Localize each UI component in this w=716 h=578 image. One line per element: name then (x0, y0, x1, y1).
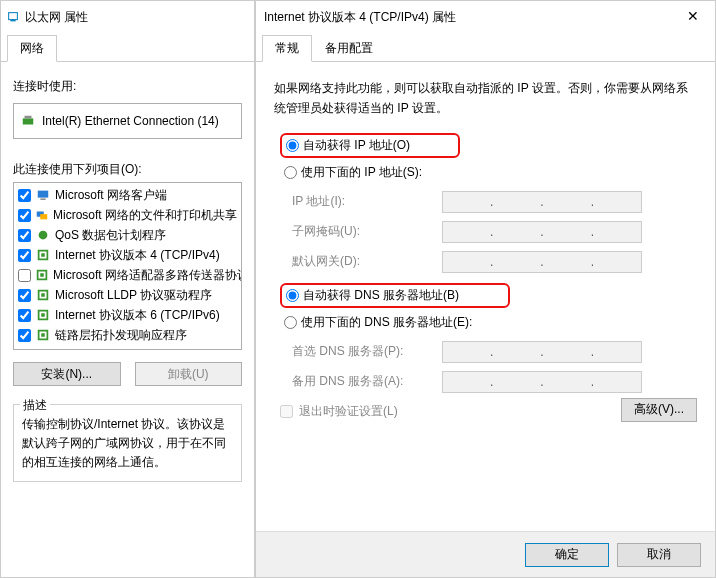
list-item-checkbox[interactable] (18, 329, 31, 342)
close-icon: ✕ (687, 8, 699, 24)
install-button[interactable]: 安装(N)... (13, 362, 121, 386)
svg-rect-2 (23, 118, 34, 124)
list-item-label: Internet 协议版本 4 (TCP/IPv4) (55, 247, 220, 264)
radio-ip-manual-label: 使用下面的 IP 地址(S): (301, 164, 422, 181)
svg-rect-12 (40, 273, 44, 277)
list-item-label: Microsoft 网络适配器多路传送器协议 (53, 267, 242, 284)
list-item[interactable]: Internet 协议版本 4 (TCP/IPv4) (14, 245, 241, 265)
left-titlebar: 以太网 属性 (1, 1, 254, 33)
description-title: 描述 (20, 397, 50, 414)
radio-ip-auto-label: 自动获得 IP 地址(O) (303, 137, 410, 154)
subnet-label: 子网掩码(U): (292, 223, 442, 240)
uninstall-button[interactable]: 卸载(U) (135, 362, 243, 386)
adapter-name: Intel(R) Ethernet Connection (14) (42, 114, 219, 128)
svg-rect-3 (25, 116, 32, 119)
left-title: 以太网 属性 (25, 9, 88, 26)
connect-using-label: 连接时使用: (13, 78, 242, 95)
tab-alternate[interactable]: 备用配置 (312, 35, 386, 62)
ethernet-icon (5, 9, 21, 25)
proto-icon (35, 287, 51, 303)
radio-dns-manual-row[interactable]: 使用下面的 DNS 服务器地址(E): (280, 312, 697, 333)
radio-dns-auto-label: 自动获得 DNS 服务器地址(B) (303, 287, 459, 304)
description-text: 传输控制协议/Internet 协议。该协议是默认跨子网的广域网协议，用于在不同… (22, 415, 233, 473)
alt-dns-label: 备用 DNS 服务器(A): (292, 373, 442, 390)
validate-label: 退出时验证设置(L) (299, 403, 398, 420)
svg-rect-1 (10, 20, 15, 22)
radio-dns-auto-row[interactable]: 自动获得 DNS 服务器地址(B) (280, 283, 510, 308)
right-tabstrip: 常规 备用配置 (256, 33, 715, 62)
list-item[interactable]: QoS 数据包计划程序 (14, 225, 241, 245)
gateway-label: 默认网关(D): (292, 253, 442, 270)
client-icon (35, 187, 51, 203)
radio-ip-auto-row[interactable]: 自动获得 IP 地址(O) (280, 133, 460, 158)
svg-rect-14 (41, 293, 45, 297)
validate-checkbox[interactable] (280, 405, 293, 418)
proto-icon (35, 307, 51, 323)
list-item-label: QoS 数据包计划程序 (55, 227, 166, 244)
list-item-label: Internet 协议版本 6 (TCP/IPv6) (55, 307, 220, 324)
components-listbox[interactable]: Microsoft 网络客户端Microsoft 网络的文件和打印机共享QoS … (13, 182, 242, 350)
list-item[interactable]: Microsoft 网络客户端 (14, 185, 241, 205)
radio-dns-auto[interactable] (286, 289, 299, 302)
radio-ip-manual-row[interactable]: 使用下面的 IP 地址(S): (280, 162, 697, 183)
list-item[interactable]: Microsoft LLDP 协议驱动程序 (14, 285, 241, 305)
dialog-footer: 确定 取消 (256, 531, 715, 577)
list-item[interactable]: 链路层拓扑发现响应程序 (14, 325, 241, 345)
list-item[interactable]: Microsoft 网络适配器多路传送器协议 (14, 265, 241, 285)
left-tabstrip: 网络 (1, 33, 254, 62)
pref-dns-input: ... (442, 341, 642, 363)
radio-dns-manual-label: 使用下面的 DNS 服务器地址(E): (301, 314, 472, 331)
ip-address-label: IP 地址(I): (292, 193, 442, 210)
proto-icon (35, 327, 51, 343)
cancel-button[interactable]: 取消 (617, 543, 701, 567)
svg-rect-16 (41, 313, 45, 317)
advanced-button[interactable]: 高级(V)... (621, 398, 697, 422)
list-item-checkbox[interactable] (18, 269, 31, 282)
list-item-checkbox[interactable] (18, 229, 31, 242)
qos-icon (35, 227, 51, 243)
list-item-label: Microsoft 网络客户端 (55, 187, 167, 204)
svg-rect-0 (9, 13, 18, 20)
list-item[interactable]: Internet 协议版本 6 (TCP/IPv6) (14, 305, 241, 325)
ok-button[interactable]: 确定 (525, 543, 609, 567)
list-item-checkbox[interactable] (18, 209, 31, 222)
close-button[interactable]: ✕ (671, 1, 715, 31)
svg-rect-7 (40, 214, 47, 219)
list-item-checkbox[interactable] (18, 289, 31, 302)
adapter-box[interactable]: Intel(R) Ethernet Connection (14) (13, 103, 242, 139)
svg-rect-18 (41, 333, 45, 337)
list-item-checkbox[interactable] (18, 189, 31, 202)
list-item-checkbox[interactable] (18, 249, 31, 262)
intro-text: 如果网络支持此功能，则可以获取自动指派的 IP 设置。否则，你需要从网络系统管理… (274, 78, 697, 119)
gateway-input: ... (442, 251, 642, 273)
right-titlebar: Internet 协议版本 4 (TCP/IPv4) 属性 ✕ (256, 1, 715, 33)
list-item-label: Microsoft 网络的文件和打印机共享 (53, 207, 237, 224)
list-item-label: Microsoft LLDP 协议驱动程序 (55, 287, 212, 304)
radio-ip-manual[interactable] (284, 166, 297, 179)
radio-dns-manual[interactable] (284, 316, 297, 329)
fps-icon (35, 207, 49, 223)
adapter-icon (20, 113, 36, 129)
radio-ip-auto[interactable] (286, 139, 299, 152)
svg-rect-5 (40, 199, 45, 200)
ethernet-properties-dialog: 以太网 属性 网络 连接时使用: Intel(R) Ethernet Conne… (0, 0, 255, 578)
alt-dns-input: ... (442, 371, 642, 393)
ip-address-input: ... (442, 191, 642, 213)
proto-icon (35, 267, 49, 283)
items-label: 此连接使用下列项目(O): (13, 161, 242, 178)
ipv4-properties-dialog: Internet 协议版本 4 (TCP/IPv4) 属性 ✕ 常规 备用配置 … (255, 0, 716, 578)
description-groupbox: 描述 传输控制协议/Internet 协议。该协议是默认跨子网的广域网协议，用于… (13, 404, 242, 482)
list-item-checkbox[interactable] (18, 309, 31, 322)
list-item-label: 链路层拓扑发现响应程序 (55, 327, 187, 344)
tab-general[interactable]: 常规 (262, 35, 312, 62)
proto-icon (35, 247, 51, 263)
svg-rect-4 (38, 191, 49, 198)
tab-network[interactable]: 网络 (7, 35, 57, 62)
subnet-input: ... (442, 221, 642, 243)
svg-rect-10 (41, 253, 45, 257)
svg-point-8 (39, 231, 48, 240)
pref-dns-label: 首选 DNS 服务器(P): (292, 343, 442, 360)
list-item[interactable]: Microsoft 网络的文件和打印机共享 (14, 205, 241, 225)
right-title: Internet 协议版本 4 (TCP/IPv4) 属性 (264, 9, 456, 26)
